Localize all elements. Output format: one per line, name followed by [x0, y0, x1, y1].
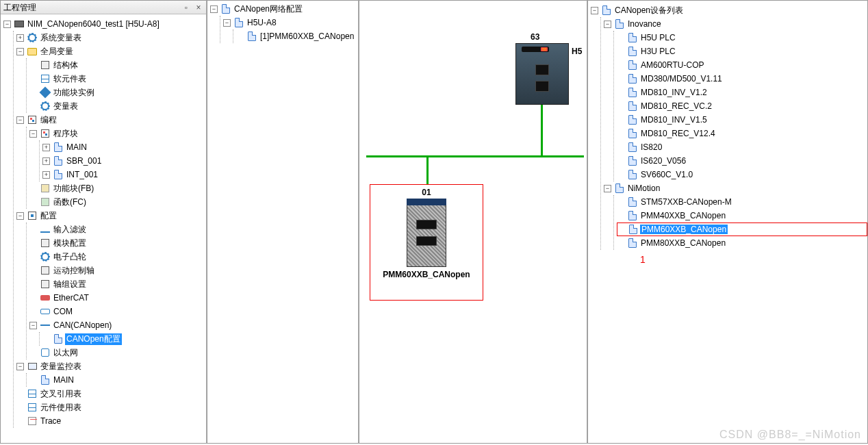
pin-icon[interactable]: ▫ [181, 3, 191, 12]
device-item[interactable]: MD380/MD500_V1.11 [617, 72, 867, 86]
expander-icon[interactable]: − [29, 130, 37, 138]
expander-icon[interactable]: − [591, 7, 598, 14]
doc-icon [614, 18, 625, 29]
bus-line-horizontal [366, 155, 584, 157]
tree-can[interactable]: −CAN(CANopen) [29, 318, 206, 332]
expander-icon[interactable]: + [42, 157, 50, 165]
device-item[interactable]: MD810_INV_V1.5 [617, 113, 867, 127]
tree-input-filter[interactable]: 输入滤波 [29, 222, 206, 236]
tree-main[interactable]: +MAIN [42, 140, 206, 154]
master-device-icon[interactable]: 88 [515, 43, 569, 105]
device-item[interactable]: MD810_REC_VC.2 [617, 99, 867, 113]
tree-var-monitor[interactable]: −变量监控表 [16, 359, 206, 373]
tree-root-project[interactable]: − NIM_CANopen6040_test1 [H5U-A8] [3, 17, 206, 31]
tree-trace[interactable]: Trace [16, 414, 206, 428]
project-panel-title: 工程管理 [3, 1, 36, 14]
expander-icon[interactable]: − [604, 185, 611, 192]
device-item[interactable]: AM600RTU-COP [617, 58, 867, 72]
canopen-master-node[interactable]: − H5U-A8 [223, 16, 358, 29]
expander-icon[interactable]: + [42, 144, 50, 151]
wave-icon [40, 224, 51, 235]
tree-elem-usage[interactable]: 元件使用表 [16, 400, 206, 414]
device-item[interactable]: MD810_REC_V12.4 [617, 127, 867, 140]
device-item-label: IS820 [639, 142, 663, 152]
expander-icon[interactable]: + [16, 34, 24, 42]
device-item[interactable]: IS820 [617, 140, 867, 154]
doc-icon [627, 32, 638, 43]
com-icon [40, 306, 51, 317]
ethercat-icon [40, 292, 51, 303]
folder-icon [27, 46, 38, 57]
slave-device-selected[interactable]: 01 PMM60XXB_CANopen [370, 184, 483, 301]
expander-icon[interactable]: − [16, 116, 24, 124]
tree-prog-block[interactable]: −程序块 [29, 127, 206, 140]
device-item[interactable]: PMM40XXB_CANopen [617, 209, 867, 222]
tree-com[interactable]: COM [29, 305, 206, 318]
expander-icon[interactable]: − [16, 48, 24, 55]
tree-programming[interactable]: −编程 [16, 113, 206, 127]
device-item[interactable]: IS620_V056 [617, 154, 867, 168]
device-item[interactable]: H5U PLC [617, 31, 867, 44]
device-group-nimotion[interactable]: − NiMotion [604, 181, 867, 195]
device-item-label: PMM60XXB_CANopen [640, 225, 728, 234]
canopen-device-list-tree[interactable]: − CANopen设备列表 − Inovance H5U PLCH3U PLCA… [588, 1, 867, 443]
canopen-network-tree[interactable]: − CANopen网络配置 − H5U-A8 [207, 1, 358, 443]
tree-ethernet[interactable]: 以太网 [29, 346, 206, 359]
expander-icon[interactable]: + [42, 171, 50, 179]
expander-icon[interactable]: − [16, 212, 24, 220]
tree-module-cfg[interactable]: 模块配置 [29, 236, 206, 250]
doc-icon [40, 374, 51, 385]
device-item[interactable]: PMM80XXB_CANopen [617, 236, 867, 250]
tree-struct[interactable]: 结构体 [29, 58, 206, 72]
gear-icon [27, 32, 38, 43]
doc-icon [627, 46, 638, 57]
device-list-root[interactable]: − CANopen设备列表 [591, 3, 867, 17]
device-item[interactable]: MD810_INV_V1.2 [617, 86, 867, 99]
project-tree[interactable]: − NIM_CANopen6040_test1 [H5U-A8] +系统变量表 … [1, 14, 206, 443]
tree-global-var[interactable]: −全局变量 [16, 44, 206, 58]
tree-ethercat[interactable]: EtherCAT [29, 291, 206, 305]
device-item-label: AM600RTU-COP [639, 60, 705, 70]
device-item-label: MD810_REC_V12.4 [639, 129, 717, 138]
device-item[interactable]: PMM60XXB_CANopen [617, 222, 867, 236]
expander-icon[interactable]: − [210, 5, 218, 13]
device-group-inovance[interactable]: − Inovance [604, 17, 867, 31]
tree-xref[interactable]: 交叉引用表 [16, 387, 206, 400]
expander-icon[interactable]: − [16, 363, 24, 370]
device-item[interactable]: SV660C_V1.0 [617, 168, 867, 181]
tree-axis-group[interactable]: 轴组设置 [29, 277, 206, 291]
device-item[interactable]: STM57XXB-CANopen-M [617, 195, 867, 209]
tree-config[interactable]: −配置 [16, 209, 206, 222]
doc-icon [627, 60, 638, 71]
canopen-slave-node[interactable]: [1]PMM60XXB_CANopen [236, 29, 358, 43]
expander-icon[interactable]: − [604, 21, 611, 28]
doc-icon [53, 142, 64, 153]
tree-soft-elem[interactable]: 软元件表 [29, 72, 206, 86]
tree-sys-var[interactable]: +系统变量表 [16, 31, 206, 44]
expander-icon[interactable]: − [223, 19, 231, 27]
tree-fb[interactable]: 功能块(FB) [29, 181, 206, 195]
tree-var-table[interactable]: 变量表 [29, 99, 206, 113]
close-icon[interactable]: × [194, 3, 203, 12]
tree-fb-inst[interactable]: 功能块实例 [29, 86, 206, 99]
fb-icon [40, 183, 51, 194]
canopen-network-root[interactable]: − CANopen网络配置 [210, 2, 358, 16]
expander-icon[interactable]: − [3, 21, 11, 28]
slave-device-icon [407, 199, 446, 267]
tree-canopen-config[interactable]: CANOpen配置 [42, 332, 206, 346]
tree-fc[interactable]: 函数(FC) [29, 195, 206, 209]
tree-sbr[interactable]: +SBR_001 [42, 154, 206, 168]
tree-monitor-main[interactable]: MAIN [29, 373, 206, 387]
device-item[interactable]: H3U PLC [617, 44, 867, 58]
module-icon [40, 238, 51, 249]
tree-int[interactable]: +INT_001 [42, 168, 206, 181]
table-icon [27, 402, 38, 413]
device-item-label: H5U PLC [639, 33, 677, 42]
tree-motion-axis[interactable]: 运动控制轴 [29, 264, 206, 277]
cube-icon [40, 87, 51, 98]
device-item-label: PMM80XXB_CANopen [639, 238, 727, 248]
tree-ecam[interactable]: 电子凸轮 [29, 250, 206, 264]
canopen-canvas[interactable]: 63 88 H5 01 PMM60XXB_CANopen [359, 0, 587, 444]
table-icon [40, 73, 51, 84]
expander-icon[interactable]: − [29, 322, 37, 329]
